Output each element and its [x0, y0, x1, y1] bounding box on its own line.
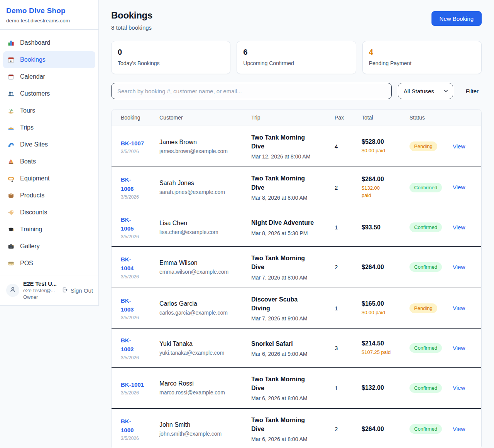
- user-section: E2E Test U... e2e-tester@... Owner Sign …: [0, 276, 98, 305]
- table-row: BK- 10023/5/2026Yuki Tanakayuki.tanaka@e…: [112, 329, 481, 368]
- booking-id-link[interactable]: BK-1007: [121, 139, 150, 148]
- customer-cell: Carlos Garciacarlos.garcia@example.com: [155, 288, 247, 328]
- filter-button[interactable]: Filter: [466, 88, 479, 94]
- view-link[interactable]: View: [453, 143, 465, 150]
- status-filter-select[interactable]: All Statuses: [398, 83, 453, 99]
- table-row: BK- 10063/5/2026Sarah Jonessarah.jones@e…: [112, 167, 481, 208]
- trip-name: Two Tank Morning Dive: [251, 375, 325, 392]
- bookings-table-card: BookingCustomerTripPaxTotalStatus BK-100…: [111, 109, 482, 448]
- sidebar-item-customers[interactable]: Customers: [3, 85, 95, 102]
- view-link[interactable]: View: [453, 305, 465, 311]
- training-icon: [7, 226, 15, 233]
- trip-name: Two Tank Morning Dive: [251, 174, 325, 192]
- sidebar-item-discounts[interactable]: Discounts: [3, 204, 95, 221]
- sidebar-item-gallery[interactable]: Gallery: [3, 238, 95, 255]
- status-cell: Confirmed: [405, 367, 448, 408]
- sidebar-item-training[interactable]: Training: [3, 221, 95, 238]
- sidebar-item-boats[interactable]: Boats: [3, 153, 95, 170]
- sidebar-item-label: Training: [20, 226, 42, 233]
- sign-out-button[interactable]: Sign Out: [62, 287, 93, 294]
- booking-date: 3/5/2026: [121, 194, 150, 200]
- booking-id-link[interactable]: BK- 1002: [121, 336, 150, 354]
- customer-name: Carlos Garcia: [159, 300, 242, 307]
- actions-cell: View: [448, 367, 481, 408]
- calendar-icon: [7, 74, 15, 80]
- sidebar-item-dive-sites[interactable]: Dive Sites: [3, 136, 95, 153]
- status-badge: Confirmed: [409, 343, 442, 353]
- sidebar-item-label: Calendar: [20, 73, 45, 80]
- paid-amount: $107.25 paid: [362, 349, 400, 356]
- view-link[interactable]: View: [453, 426, 465, 432]
- status-cell: Confirmed: [405, 329, 448, 368]
- total-amount: $528.00: [362, 138, 400, 145]
- customer-name: Marco Rossi: [159, 380, 242, 387]
- view-link[interactable]: View: [453, 384, 465, 391]
- table-row: BK-10073/5/2026James Brownjames.brown@ex…: [112, 126, 481, 167]
- discounts-icon: [7, 209, 15, 216]
- total-amount: $93.50: [362, 224, 400, 231]
- trip-cell: Two Tank Morning DiveMar 6, 2026 at 8:00…: [247, 367, 330, 408]
- view-link[interactable]: View: [453, 184, 465, 190]
- bookings-icon: 17: [7, 57, 15, 63]
- sidebar-item-label: Equipment: [20, 175, 50, 182]
- booking-id-link[interactable]: BK- 1006: [121, 175, 150, 193]
- status-cell: Pending: [405, 288, 448, 328]
- sidebar: Demo Dive Shop demo.test.divestreams.com…: [0, 0, 99, 306]
- customer-email: emma.wilson@example.com: [159, 269, 242, 275]
- pax-cell: 1: [330, 288, 357, 328]
- view-link[interactable]: View: [453, 264, 465, 270]
- table-header-row: BookingCustomerTripPaxTotalStatus: [112, 109, 481, 126]
- booking-cell: BK- 10023/5/2026: [112, 329, 155, 368]
- table-row: BK-10013/5/2026Marco Rossimarco.rossi@ex…: [112, 367, 481, 408]
- sidebar-item-label: Dashboard: [20, 39, 50, 46]
- booking-cell: BK- 10043/5/2026: [112, 247, 155, 288]
- sidebar-item-bookings[interactable]: 17Bookings: [3, 51, 95, 68]
- sidebar-item-label: Products: [20, 192, 44, 199]
- trip-datetime: Mar 12, 2026 at 8:00 AM: [251, 153, 325, 160]
- trip-cell: Night Dive AdventureMar 8, 2026 at 5:30 …: [247, 208, 330, 247]
- pax-cell: 1: [330, 367, 357, 408]
- customer-cell: John Smithjohn.smith@example.com: [155, 408, 247, 448]
- user-name: E2E Test U...: [23, 281, 58, 287]
- booking-cell: BK- 10003/5/2026: [112, 408, 155, 448]
- total-amount: $165.00: [362, 300, 400, 307]
- new-booking-button[interactable]: New Booking: [431, 11, 482, 26]
- status-cell: Confirmed: [405, 408, 448, 448]
- sidebar-item-pos[interactable]: POS: [3, 255, 95, 272]
- column-header-status: Status: [405, 109, 448, 126]
- column-header-customer: Customer: [155, 109, 247, 126]
- customer-name: John Smith: [159, 421, 242, 428]
- sidebar-item-tours[interactable]: Tours: [3, 102, 95, 119]
- sidebar-item-dashboard[interactable]: Dashboard: [3, 34, 95, 51]
- booking-id-link[interactable]: BK-1001: [121, 380, 150, 389]
- sidebar-item-label: Bookings: [20, 56, 46, 63]
- booking-id-link[interactable]: BK- 1003: [121, 296, 150, 314]
- total-cell: $528.00$0.00 paid: [357, 126, 405, 167]
- booking-id-link[interactable]: BK- 1000: [121, 417, 150, 435]
- trips-icon: [7, 125, 15, 131]
- pax-cell: 4: [330, 126, 357, 167]
- pax-cell: 2: [330, 408, 357, 448]
- sidebar-item-calendar[interactable]: Calendar: [3, 68, 95, 85]
- customer-cell: Marco Rossimarco.rossi@example.com: [155, 367, 247, 408]
- trip-name: Two Tank Morning Dive: [251, 133, 325, 151]
- sidebar-item-products[interactable]: Products: [3, 187, 95, 204]
- booking-id-link[interactable]: BK- 1005: [121, 215, 150, 233]
- stat-value: 4: [369, 48, 475, 57]
- view-link[interactable]: View: [453, 345, 465, 351]
- sidebar-item-equipment[interactable]: Equipment: [3, 170, 95, 187]
- booking-id-link[interactable]: BK- 1004: [121, 255, 150, 273]
- actions-cell: View: [448, 126, 481, 167]
- customer-email: marco.rossi@example.com: [159, 389, 242, 396]
- total-cell: $264.00: [357, 408, 405, 448]
- sidebar-item-trips[interactable]: Trips: [3, 119, 95, 136]
- search-input[interactable]: [111, 83, 392, 99]
- column-header-trip: Trip: [247, 109, 330, 126]
- view-link[interactable]: View: [453, 224, 465, 231]
- actions-cell: View: [448, 329, 481, 368]
- actions-cell: View: [448, 408, 481, 448]
- actions-cell: View: [448, 208, 481, 247]
- paid-amount: $0.00 paid: [362, 147, 400, 154]
- customer-email: yuki.tanaka@example.com: [159, 350, 242, 356]
- boats-icon: [7, 158, 15, 165]
